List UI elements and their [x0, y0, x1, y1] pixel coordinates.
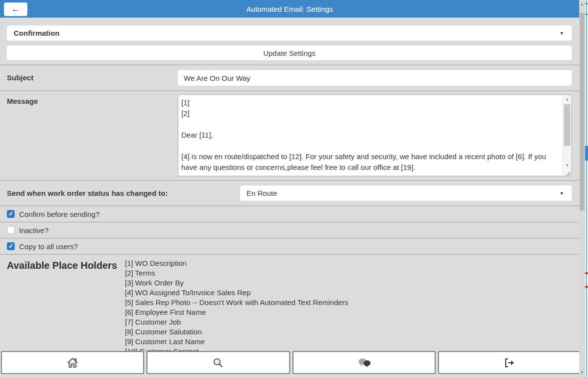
- list-item: [5] Sales Rep Photo -- Doesn't Work with…: [125, 298, 348, 307]
- confirm-before-sending-label: Confirm before sending?: [19, 210, 99, 218]
- copy-to-all-users-checkbox-row[interactable]: Copy to all users?: [0, 238, 579, 254]
- status-row: Send when work order status has changed …: [0, 181, 579, 206]
- chevron-down-icon: ▼: [560, 191, 564, 196]
- list-item: [1] WO Description: [125, 259, 348, 268]
- confirm-before-sending-checkbox[interactable]: [7, 210, 15, 218]
- message-row: Message [1] [2] Dear [11], [4] is now en…: [0, 91, 579, 180]
- chat-icon: [358, 357, 370, 368]
- search-button[interactable]: [147, 351, 290, 374]
- list-item: [7] Customer Job: [125, 317, 348, 327]
- update-settings-button[interactable]: Update Settings: [7, 46, 572, 60]
- bottom-toolbar: [1, 351, 581, 375]
- back-arrow-icon: ←: [12, 4, 20, 14]
- logout-button[interactable]: [438, 351, 581, 374]
- edge-marker: [585, 286, 588, 288]
- message-textarea[interactable]: [1] [2] Dear [11], [4] is now en route/d…: [178, 94, 572, 176]
- edge-marker: [585, 14, 588, 15]
- logout-icon: [504, 358, 515, 368]
- list-item: [4] WO Assigned To/Invoice Sales Rep: [125, 288, 348, 298]
- header-bar: ← Automated Email: Settings: [0, 0, 579, 18]
- chevron-down-icon: ▼: [560, 31, 564, 36]
- list-item: [6] Employee First Name: [125, 307, 348, 317]
- resize-grip-icon[interactable]: [565, 169, 571, 175]
- page-title: Automated Email: Settings: [246, 5, 333, 13]
- scroll-up-icon[interactable]: ▲: [579, 1, 585, 8]
- inactive-label: Inactive?: [19, 226, 49, 235]
- edge-marker: [585, 146, 588, 161]
- email-template-select[interactable]: Confirmation ▼: [7, 25, 572, 41]
- edge-marker: [585, 3, 588, 4]
- subject-input[interactable]: [178, 70, 572, 86]
- scroll-up-icon[interactable]: ▲: [563, 95, 571, 103]
- back-button[interactable]: ←: [4, 2, 27, 16]
- status-label: Send when work order status has changed …: [7, 189, 240, 197]
- home-button[interactable]: [1, 351, 144, 374]
- scroll-down-icon[interactable]: ▼: [563, 162, 571, 169]
- window-edge-line: [586, 0, 587, 377]
- list-item: [8] Customer Salutation: [125, 327, 348, 337]
- inactive-checkbox-row[interactable]: Inactive?: [0, 222, 579, 238]
- message-scrollbar-thumb[interactable]: [564, 104, 570, 146]
- chat-button[interactable]: [293, 351, 436, 374]
- message-scrollbar[interactable]: ▲ ▼: [563, 95, 571, 175]
- subject-row: Subject: [0, 65, 579, 91]
- copy-to-all-users-checkbox[interactable]: [7, 242, 15, 250]
- message-label: Message: [7, 97, 178, 105]
- window-edge: [585, 0, 588, 377]
- scroll-down-icon[interactable]: ▼: [579, 369, 585, 376]
- search-icon: [213, 357, 223, 368]
- email-template-value: Confirmation: [14, 29, 59, 37]
- list-item: [9] Customer Last Name: [125, 337, 348, 347]
- list-item: [2] Terms: [125, 268, 348, 278]
- page-scrollbar-thumb[interactable]: [580, 13, 585, 211]
- edge-marker: [585, 272, 588, 274]
- message-text: [1] [2] Dear [11], [4] is now en route/d…: [178, 95, 562, 175]
- inactive-checkbox[interactable]: [7, 226, 15, 234]
- status-select-value: En Route: [246, 189, 277, 197]
- home-icon: [67, 357, 78, 368]
- settings-form: Confirmation ▼ Update Settings Subject M…: [0, 18, 579, 377]
- list-item: [3] Work Order By: [125, 278, 348, 288]
- status-select[interactable]: En Route ▼: [240, 186, 572, 201]
- confirm-before-sending-checkbox-row[interactable]: Confirm before sending?: [0, 206, 579, 222]
- page-scrollbar[interactable]: ▲ ▼: [579, 0, 585, 377]
- subject-label: Subject: [7, 73, 178, 82]
- copy-to-all-users-label: Copy to all users?: [19, 242, 78, 251]
